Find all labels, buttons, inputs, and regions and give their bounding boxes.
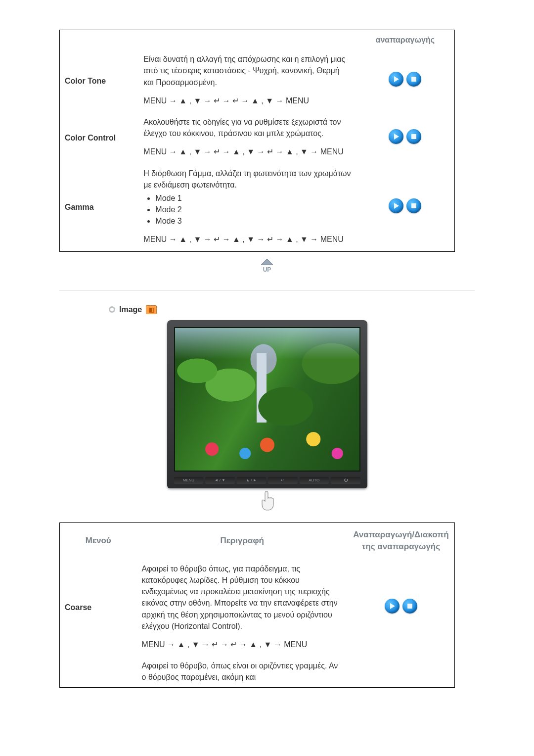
- color-settings-table: αναπαραγωγής Color Tone Είναι δυνατή η α…: [59, 30, 455, 252]
- monitor-preview: MENU ◄ / ▼ ▲ / ► ↵ AUTO ⏻: [167, 320, 367, 488]
- play-icon[interactable]: [389, 198, 403, 213]
- row-name: Coarse: [60, 559, 137, 656]
- badge-icon: ◧: [146, 305, 157, 314]
- monitor-button[interactable]: ↵: [268, 477, 298, 484]
- row-desc: Η διόρθωση Γάμμα, αλλάζει τη φωτεινότητα…: [143, 168, 351, 190]
- stop-icon[interactable]: [402, 599, 417, 614]
- bullet-icon: [109, 306, 115, 313]
- play-icon[interactable]: [389, 129, 403, 144]
- list-item: Mode 3: [155, 215, 351, 227]
- table-header: Μενού Περιγραφή Αναπαραγωγή/Διακοπή της …: [60, 522, 455, 559]
- header-menu: Μενού: [60, 522, 137, 559]
- list-item: Mode 1: [155, 192, 351, 204]
- nav-sequence: MENU → ▲ , ▼ → ↵ → ▲ , ▼ → ↵ → ▲ , ▼ → M…: [143, 234, 351, 245]
- monitor-button-row: MENU ◄ / ▼ ▲ / ► ↵ AUTO ⏻: [174, 475, 360, 485]
- table-row: Color Control Ακολουθήστε τις οδηγίες γι…: [60, 112, 455, 164]
- list-item: Mode 2: [155, 204, 351, 215]
- divider: [59, 290, 475, 290]
- header-playback: αναπαραγωγής: [356, 30, 455, 50]
- row-desc: Είναι δυνατή η αλλαγή της απόχρωσης και …: [143, 53, 351, 88]
- section-heading: Image ◧: [109, 305, 475, 314]
- row-desc-partial: Αφαιρεί το θόρυβο, όπως είναι οι οριζόντ…: [142, 660, 343, 683]
- nav-sequence: MENU → ▲ , ▼ → ↵ → ▲ , ▼ → ↵ → ▲ , ▼ → M…: [143, 146, 351, 157]
- hand-pointer-icon: [59, 490, 475, 514]
- section-title: Image: [119, 305, 142, 314]
- stop-icon[interactable]: [406, 72, 421, 87]
- play-icon[interactable]: [389, 72, 403, 87]
- nav-sequence: MENU → ▲ , ▼ → ↵ → ↵ → ▲ , ▼ → MENU: [143, 95, 351, 106]
- monitor-button[interactable]: AUTO: [300, 477, 329, 484]
- row-desc: Αφαιρεί το θόρυβο όπως, για παράδειγμα, …: [142, 563, 343, 632]
- row-name: Color Tone: [60, 49, 139, 112]
- stop-icon[interactable]: [406, 129, 421, 144]
- nav-sequence: MENU → ▲ , ▼ → ↵ → ↵ → ▲ , ▼ → MENU: [142, 639, 343, 650]
- gamma-modes: Mode 1 Mode 2 Mode 3: [155, 192, 351, 227]
- table-row: Αφαιρεί το θόρυβο, όπως είναι οι οριζόντ…: [60, 656, 455, 687]
- header-play: Αναπαραγωγή/Διακοπή της αναπαραγωγής: [348, 522, 455, 559]
- monitor-button[interactable]: ◄ / ▼: [205, 477, 235, 484]
- monitor-button[interactable]: ⏻: [331, 477, 360, 484]
- scroll-up-icon[interactable]: UP: [59, 258, 475, 276]
- row-name: Color Control: [60, 112, 139, 164]
- monitor-button[interactable]: MENU: [174, 477, 204, 484]
- stop-icon[interactable]: [406, 198, 421, 213]
- svg-text:UP: UP: [263, 266, 271, 273]
- table-row: Color Tone Είναι δυνατή η αλλαγή της από…: [60, 49, 455, 112]
- table-row: Gamma Η διόρθωση Γάμμα, αλλάζει τη φωτει…: [60, 164, 455, 252]
- header-desc: Περιγραφή: [137, 522, 348, 559]
- row-name: Gamma: [60, 164, 139, 252]
- image-settings-table: Μενού Περιγραφή Αναπαραγωγή/Διακοπή της …: [59, 522, 455, 688]
- play-icon[interactable]: [385, 599, 400, 614]
- monitor-button[interactable]: ▲ / ►: [237, 477, 267, 484]
- row-desc: Ακολουθήστε τις οδηγίες για να ρυθμίσετε…: [143, 116, 351, 139]
- table-row: Coarse Αφαιρεί το θόρυβο όπως, για παράδ…: [60, 559, 455, 656]
- screen-image: [174, 327, 360, 472]
